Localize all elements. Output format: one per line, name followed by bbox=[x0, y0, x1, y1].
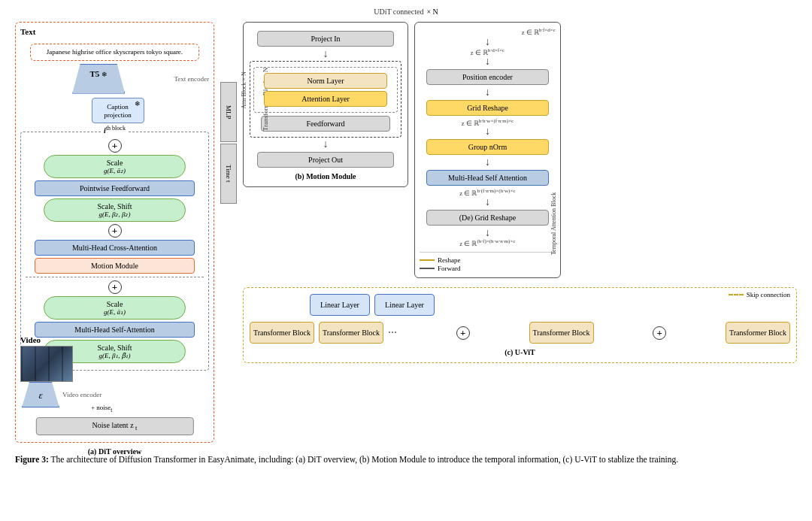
transformer-block-outer: Transformer Block × N Attn Block × N Nor… bbox=[250, 61, 401, 138]
block-th: th block bbox=[106, 125, 126, 132]
dit-inner-block: ith block + Scale g(E, ā₂) Pointwise Fee… bbox=[20, 132, 209, 371]
feedforward-box: Feedforward bbox=[261, 116, 391, 132]
mlp-label: MLP bbox=[225, 105, 232, 120]
time-box: Time t bbox=[220, 144, 237, 204]
video-section-label: Video bbox=[20, 335, 73, 344]
plus-circle-bot: + bbox=[108, 280, 122, 294]
t5-block: T5 ❄ bbox=[72, 64, 125, 94]
block-label: ith block bbox=[101, 125, 129, 135]
video-box bbox=[20, 346, 73, 382]
multihead-cross-box: Multi-Head Cross-Attention bbox=[35, 240, 195, 256]
noise-latent-sub: t bbox=[135, 425, 137, 432]
legend-forward-line bbox=[420, 268, 435, 269]
legend-reshape-label: Reshape bbox=[438, 256, 461, 264]
video-encoder-label: Video encoder bbox=[62, 391, 102, 398]
uvit-panel: Skip connection Linear Layer Linear Laye… bbox=[243, 287, 797, 363]
caption-text: The architecture of Diffusion Transforme… bbox=[51, 455, 679, 464]
de-grid-reshape-box: (De) Grid Reshape bbox=[426, 210, 549, 226]
z5-sup: (b·f)×(h·w·n·m)×c bbox=[477, 238, 515, 244]
scale2-label: Scale bbox=[46, 300, 184, 308]
multihead-self-attn-label: Multi-Head Self Attention bbox=[448, 174, 527, 182]
project-in-box: Project In bbox=[257, 31, 394, 47]
tb2-label: Transformer Block bbox=[323, 329, 380, 337]
motion-module-box: Motion Module bbox=[35, 258, 195, 274]
noise-latent-label: Noise latent z bbox=[92, 421, 134, 429]
project-out-label: Project Out bbox=[308, 156, 343, 164]
linear2-label: Linear Layer bbox=[385, 301, 424, 309]
text-input-box: Japanese highrise office skyscrapers tok… bbox=[30, 44, 200, 61]
multihead-self-attn-box: Multi-Head Self Attention bbox=[426, 170, 549, 186]
group-norm-box: Group nOrm bbox=[426, 139, 549, 155]
right-panels: Project In ↓ Transformer Block × N Attn … bbox=[243, 22, 797, 363]
t-arrow2: ↓ bbox=[420, 56, 556, 67]
project-out-box: Project Out bbox=[257, 152, 394, 168]
z2-label: z ∈ ℝb·d×f×c bbox=[420, 47, 556, 56]
times-n-label: × N bbox=[426, 8, 438, 16]
linear2-box: Linear Layer bbox=[374, 294, 435, 316]
t-arrow3: ↓ bbox=[420, 87, 556, 98]
grid-reshape-label: Grid Reshape bbox=[467, 104, 508, 112]
plus-circle-mid: + bbox=[108, 224, 122, 238]
tb4-box: Transformer Block bbox=[726, 322, 790, 344]
tb1-label: Transformer Block bbox=[253, 329, 311, 337]
caption-projection-box: Caption projection ❄ bbox=[92, 98, 144, 123]
scale2-box: Scale g(E, ā₁) bbox=[44, 296, 186, 320]
mlp-box: MLP bbox=[220, 82, 237, 142]
attn-block-rot-label: Attn Block × N bbox=[241, 71, 247, 109]
uvit-plus1: + bbox=[456, 326, 470, 340]
legend-reshape-row: Reshape bbox=[420, 256, 556, 264]
text-section-label: Text bbox=[20, 27, 35, 36]
t-arrow4: ↓ bbox=[420, 126, 556, 137]
project-in-label: Project In bbox=[311, 35, 340, 43]
de-grid-reshape-label: (De) Grid Reshape bbox=[459, 214, 517, 222]
linear1-label: Linear Layer bbox=[320, 301, 359, 309]
dots-connector: ··· bbox=[388, 326, 397, 340]
norm-layer-label: Norm Layer bbox=[307, 77, 344, 85]
freeze-icon: ❄ bbox=[102, 71, 108, 78]
figure-label: Figure 3: bbox=[15, 455, 49, 464]
scale-shift2-label: Scale, Shift bbox=[46, 202, 184, 211]
dit-panel: Text Japanese highrise office skyscraper… bbox=[15, 22, 214, 443]
udit-connected-label: UDiT connected bbox=[374, 8, 423, 16]
t-arrow1: ↓ bbox=[420, 37, 556, 47]
epsilon-label: ε bbox=[38, 389, 42, 401]
video-section: Video bbox=[20, 335, 73, 382]
uvit-blocks-row: Transformer Block Transformer Block ··· … bbox=[250, 322, 790, 344]
arrow1: ↓ bbox=[250, 49, 401, 59]
noise-label: + noiset bbox=[91, 404, 112, 413]
z1-label: z ∈ ℝb·f×d×c bbox=[420, 27, 556, 36]
text-input-content: Japanese highrise office skyscrapers tok… bbox=[47, 48, 183, 56]
feedforward-label: Feedforward bbox=[306, 120, 344, 128]
attention-layer-label: Attention Layer bbox=[301, 95, 350, 103]
skip-legend: Skip connection bbox=[729, 291, 790, 298]
norm-layer-box: Norm Layer bbox=[264, 73, 387, 89]
motion-module-label: Motion Module bbox=[91, 262, 138, 270]
linear1-box: Linear Layer bbox=[310, 294, 370, 316]
main-container: UDiT connected × N Text Japanese highris… bbox=[15, 8, 797, 466]
attention-layer-box: Attention Layer bbox=[264, 91, 387, 107]
scale1-label: Scale bbox=[46, 159, 184, 167]
z4-sup: b·(f·n·m)×(h·w)×c bbox=[477, 188, 515, 194]
temporal-rot-label: Temporal Attention Block bbox=[550, 26, 557, 255]
pointwise-label: Pointwise Feedforward bbox=[80, 184, 150, 192]
tb3-label: Transformer Block bbox=[533, 329, 590, 337]
position-encoder-label: Position encoder bbox=[462, 73, 513, 81]
uvit-subcaption: (c) U-ViT bbox=[250, 348, 790, 356]
attn-block-inner: Attn Block × N Norm Layer Attention Laye… bbox=[253, 67, 398, 113]
uvit-plus2: + bbox=[653, 326, 666, 340]
tb2-box: Transformer Block bbox=[319, 322, 383, 344]
motion-module-subcaption: (b) Motion Module bbox=[250, 172, 401, 180]
motion-module-panel: Project In ↓ Transformer Block × N Attn … bbox=[243, 22, 408, 187]
time-label: Time t bbox=[225, 165, 232, 182]
scale-shift2-box: Scale, Shift g(E, β₂, β₂) bbox=[44, 198, 186, 222]
scale2-math: g(E, ā₁) bbox=[46, 308, 184, 316]
t-arrow6: ↓ bbox=[420, 197, 556, 207]
epsilon-block: ε bbox=[22, 382, 59, 407]
noise-latent-box: Noise latent z t bbox=[35, 417, 193, 435]
tb4-label: Transformer Block bbox=[729, 329, 786, 337]
t-arrow5: ↓ bbox=[420, 157, 556, 168]
pointwise-box: Pointwise Feedforward bbox=[35, 180, 195, 196]
t-arrow7: ↓ bbox=[420, 228, 556, 238]
right-top-row: Project In ↓ Transformer Block × N Attn … bbox=[243, 22, 797, 278]
z2-sup: b·d×f×c bbox=[488, 47, 504, 53]
